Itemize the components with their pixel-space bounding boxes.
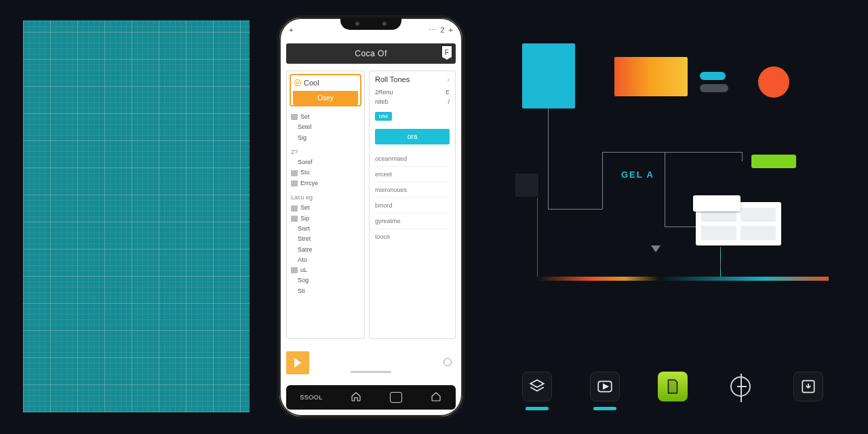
connector-line — [548, 209, 602, 210]
right-pane-header: Roll Tones — [375, 75, 410, 83]
phone-navbar: SSOOL — [286, 385, 456, 410]
list-item[interactable]: Sog — [298, 275, 309, 285]
folder-icon — [291, 180, 298, 186]
list-item[interactable]: mieronoues — [375, 182, 450, 197]
statusbar-plus-icon-2[interactable]: + — [449, 26, 453, 34]
pill-grey[interactable] — [700, 84, 728, 92]
card-cell[interactable] — [701, 226, 736, 240]
list-item[interactable]: Ato — [298, 255, 307, 265]
green-chip[interactable] — [751, 155, 796, 168]
app-icon-play[interactable] — [590, 372, 620, 401]
app-dock — [522, 372, 823, 401]
card-cell[interactable] — [741, 226, 776, 240]
phone-statusbar: + ⋯ 2 + — [279, 22, 462, 38]
tree-section: Lacu eg — [291, 193, 361, 203]
folder-icon — [291, 267, 298, 273]
pill-cyan[interactable] — [700, 72, 726, 80]
list-item[interactable]: Sti — [298, 286, 305, 296]
list-item[interactable]: Satre — [298, 245, 313, 255]
folder-icon — [291, 216, 298, 222]
axis-line — [537, 198, 538, 279]
nav-back-icon[interactable] — [430, 391, 442, 404]
kv-val: / — [448, 98, 450, 105]
statusbar-tab-count[interactable]: 2 — [440, 26, 444, 34]
tree-section: 2? — [291, 147, 361, 157]
phone-mockup: + ⋯ 2 + Coca Of F Cool Osey — [277, 15, 465, 419]
chevron-right-icon[interactable]: › — [447, 75, 450, 83]
list-item[interactable]: bmord — [375, 197, 450, 213]
list-item[interactable]: Sto — [300, 167, 310, 178]
kv-key: niteb — [375, 98, 389, 105]
design-canvas: GEL A — [488, 0, 868, 434]
connector-line — [742, 152, 743, 161]
connector-line — [602, 152, 742, 153]
app-icon-target[interactable] — [726, 372, 755, 401]
tree-list: Set Setel Sig 2? Soref Sto Errcye Lacu e… — [290, 112, 361, 296]
app-icon-layers[interactable] — [522, 372, 552, 401]
kv-key: 2Renu — [375, 89, 393, 96]
app-icon-download[interactable] — [793, 372, 823, 401]
list-item[interactable]: oceanmaed — [375, 151, 450, 166]
mini-card[interactable] — [693, 195, 741, 212]
nav-home-icon[interactable] — [350, 391, 362, 404]
app-icon-note[interactable] — [658, 372, 688, 401]
timeline-gradient[interactable] — [537, 277, 829, 281]
tag-chip[interactable]: hfel — [375, 112, 392, 121]
app-titlebar: Coca Of F — [286, 43, 456, 64]
statusbar-more-icon[interactable]: ⋯ — [429, 26, 436, 35]
nav-recents-icon[interactable] — [390, 392, 402, 403]
circle-button[interactable] — [443, 358, 452, 366]
list-item[interactable]: Sip — [300, 214, 309, 224]
folder-icon — [291, 170, 298, 176]
folder-icon — [291, 114, 298, 120]
design-grid-panel — [23, 20, 250, 412]
arrow-down-icon — [651, 245, 660, 255]
cool-label: Cool — [304, 79, 319, 87]
nav-label[interactable]: SSOOL — [300, 394, 323, 401]
home-indicator — [351, 371, 391, 373]
card-cell[interactable] — [741, 208, 776, 222]
target-icon — [730, 376, 751, 397]
slider-tick — [720, 252, 721, 259]
app-title: Coca Of — [355, 49, 387, 58]
swatch-circle-orange[interactable] — [758, 66, 789, 98]
list-item[interactable]: Set — [300, 112, 310, 122]
list-item[interactable]: toous — [375, 229, 450, 244]
list-item[interactable]: gyreatme — [375, 213, 450, 229]
play-button[interactable] — [286, 351, 309, 374]
list-item[interactable]: uL — [300, 265, 307, 275]
cool-button[interactable]: Osey — [293, 91, 358, 105]
connector-line — [548, 108, 549, 209]
statusbar-plus-icon[interactable]: + — [289, 26, 293, 34]
folder-icon — [291, 205, 298, 212]
list-item[interactable]: Sisrt — [298, 224, 310, 234]
dark-square-node[interactable] — [515, 174, 538, 197]
list-item[interactable]: Errcye — [300, 178, 318, 189]
list-item[interactable]: Soref — [298, 157, 313, 167]
cool-card[interactable]: Cool Osey — [290, 74, 361, 106]
list-item[interactable]: Set — [300, 203, 310, 213]
brand-label: GEL A — [621, 170, 654, 180]
swatch-cyan[interactable] — [522, 43, 575, 108]
sun-icon — [294, 79, 301, 86]
list-item[interactable]: Stret — [298, 234, 311, 244]
list-item[interactable]: erceet — [375, 166, 450, 182]
list-item[interactable]: Sig — [298, 133, 307, 143]
primary-action-button[interactable]: ora — [375, 129, 450, 144]
connector-line — [602, 152, 603, 209]
swatch-gradient[interactable] — [614, 57, 688, 96]
list-item[interactable]: Setel — [298, 122, 312, 132]
connector-line — [665, 152, 665, 226]
kv-val: E — [446, 89, 450, 96]
right-pane: Roll Tones › 2RenuE niteb/ hfel ora ocea… — [369, 71, 456, 339]
play-icon — [294, 358, 301, 368]
left-pane: Cool Osey Set Setel Sig 2? Soref Sto Err… — [286, 71, 365, 339]
titlebar-flag-icon[interactable]: F — [442, 46, 452, 60]
settings-list: oceanmaed erceet mieronoues bmord gyreat… — [375, 151, 450, 244]
